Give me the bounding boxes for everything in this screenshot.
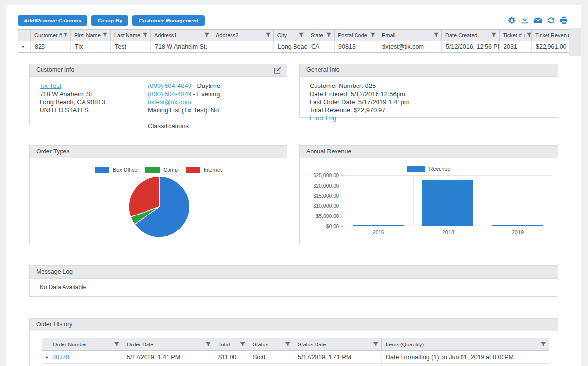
filter-icon[interactable] <box>102 32 108 38</box>
print-icon[interactable] <box>560 16 568 24</box>
cell-ticket-number: 2031 <box>500 41 532 52</box>
cell-items-quantity: "Fernando test" (0) on Apr 09, 2019 at 8… <box>382 364 549 366</box>
filter-icon[interactable] <box>114 342 120 347</box>
col-header-state[interactable]: State <box>307 30 335 41</box>
customer-grid: Customer # First Name Last Name Address1… <box>18 29 570 53</box>
col-header-first-name[interactable]: First Name <box>71 30 111 41</box>
col-header-address1[interactable]: Address1 <box>151 30 212 41</box>
order-history-header: Order History <box>30 319 558 331</box>
general-info-panel: General Info Customer Number: 825 Date E… <box>299 64 558 118</box>
annual-revenue-chart: Revenue $25,000.00 $20,000.00 $15,000.00… <box>300 158 558 244</box>
filter-icon[interactable] <box>373 342 378 347</box>
legend-swatch-comp <box>145 167 160 173</box>
col-header-status-date[interactable]: Status Date <box>294 338 382 350</box>
filter-icon[interactable] <box>540 342 546 347</box>
col-header-city[interactable]: City <box>274 30 307 41</box>
col-header-order-date[interactable]: Order Date <box>123 338 214 350</box>
legend-item-box-office: Box Office <box>95 167 138 173</box>
cell-city: Long Beach <box>274 41 307 52</box>
error-log-link[interactable]: Error Log <box>310 114 336 122</box>
general-date-entered: Date Entered: 5/12/2016 12:56pm <box>310 90 558 99</box>
x-label-2016: 2016 <box>354 229 403 235</box>
download-icon[interactable] <box>521 16 529 24</box>
cell-total: $0.00 <box>214 364 249 366</box>
row-expander-expanded-icon[interactable]: ▾ <box>22 44 24 49</box>
col-header-postal-code[interactable]: Postal Code <box>335 30 378 41</box>
cell-order-date: 5/17/2019, 1:41 PM <box>123 351 214 363</box>
col-header-ticket-revenue[interactable]: Ticket Revenue <box>532 30 570 41</box>
customer-info-header: Customer Info <box>30 64 287 77</box>
y-tick-5000: $5,000.00 <box>300 214 339 218</box>
order-types-chart: Box Office Comp Internet <box>30 158 287 244</box>
toolbar: Add/Remove Columns Group By Customer Man… <box>18 15 205 26</box>
cell-order-date: 4/8/2019, 1:43 PM <box>123 364 214 366</box>
col-header-customer-number[interactable]: Customer # <box>31 30 71 41</box>
filter-icon[interactable] <box>326 32 332 38</box>
filter-icon[interactable] <box>205 342 211 347</box>
customer-email-link[interactable]: tixtest@tix.com <box>148 98 191 106</box>
col-header-email[interactable]: Email <box>378 30 442 41</box>
filter-icon[interactable] <box>433 32 439 38</box>
filter-icon[interactable] <box>204 32 210 38</box>
order-number-link[interactable]: 30770 <box>52 354 69 361</box>
group-by-button[interactable]: Group By <box>91 15 128 26</box>
bar-legend: Revenue <box>300 166 558 172</box>
legend-swatch-box-office <box>95 167 109 173</box>
col-header-status[interactable]: Status <box>249 338 294 350</box>
filter-icon[interactable] <box>491 32 497 38</box>
filter-icon[interactable] <box>370 32 376 38</box>
cell-ticket-revenue: $22,961.00 <box>532 41 570 52</box>
order-types-panel: Order Types Box Office Comp Internet <box>29 145 287 244</box>
customer-address2: Long Beach, CA 90813 <box>40 98 105 107</box>
order-row[interactable]: ▸30407 4/8/2019, 1:43 PM $0.00 Open 4/8/… <box>42 364 549 366</box>
phone-daytime-link[interactable]: (800) 504-4849 <box>148 82 191 89</box>
filter-icon[interactable] <box>285 342 291 347</box>
customer-management-button[interactable]: Customer Management <box>132 15 205 26</box>
settings-gear-icon[interactable] <box>508 16 516 24</box>
general-info-header: General Info <box>300 64 558 77</box>
y-tick-15000: $15,000.00 <box>300 194 339 198</box>
mailing-list-status: Mailing List (Tix Test): No <box>148 107 220 115</box>
col-header-items-quantity[interactable]: Items (Quantity) <box>382 338 549 350</box>
col-header-date-created[interactable]: Date Created <box>442 30 500 41</box>
legend-item-internet: Internet <box>186 167 222 173</box>
order-history-table: Order Number Order Date Total Status Sta… <box>42 338 549 366</box>
order-history-panel: Order History Order Number Order Date To… <box>29 318 558 366</box>
legend-swatch-internet <box>186 167 200 173</box>
cell-total: $11.00 <box>214 351 249 363</box>
message-log-empty-text: No Data Available <box>30 279 558 296</box>
filter-icon[interactable] <box>265 32 271 38</box>
email-icon[interactable] <box>533 16 543 24</box>
col-header-order-number[interactable]: Order Number <box>42 338 123 350</box>
filter-icon[interactable] <box>63 32 68 38</box>
row-expander-collapsed-icon[interactable]: ▸ <box>46 355 48 360</box>
add-remove-columns-button[interactable]: Add/Remove Columns <box>18 15 87 26</box>
customer-name-link[interactable]: Tix Test <box>40 82 61 89</box>
cell-date-created: 5/12/2016, 12:56 PM <box>442 41 500 52</box>
customer-row[interactable]: ▾ 825 Tix Test 718 W Anaheim St. Long Be… <box>18 41 570 52</box>
legend-swatch-revenue <box>407 166 425 172</box>
message-log-header: Message Log <box>30 266 558 279</box>
edit-icon[interactable] <box>274 66 282 79</box>
cell-email: tixtest@tix.com <box>378 41 442 52</box>
col-header-last-name[interactable]: Last Name <box>111 30 151 41</box>
filter-icon[interactable] <box>526 32 532 38</box>
general-customer-number: Customer Number: 825 <box>310 82 558 90</box>
refresh-icon[interactable] <box>547 16 555 24</box>
phone-evening-link[interactable]: (800) 504-4849 <box>148 90 191 98</box>
cell-first-name: Tix <box>71 41 111 52</box>
general-total-revenue: Total Revenue: $22,970.97 <box>310 107 558 115</box>
col-header-total[interactable]: Total <box>214 338 249 350</box>
filter-icon[interactable] <box>240 342 246 347</box>
message-log-panel: Message Log No Data Available <box>29 265 558 297</box>
col-header-address2[interactable]: Address2 <box>212 30 274 41</box>
bar-2018 <box>422 180 473 226</box>
col-header-ticket-number[interactable]: Ticket #↓ <box>500 30 532 41</box>
filter-icon[interactable] <box>142 32 148 38</box>
general-info-body: Customer Number: 825 Date Entered: 5/12/… <box>300 77 558 123</box>
y-tick-10000: $10,000.00 <box>300 203 339 208</box>
classifications-label: Classifications: <box>148 122 220 130</box>
order-row[interactable]: ▸30770 5/17/2019, 1:41 PM $11.00 Sold 5/… <box>42 351 549 364</box>
filter-icon[interactable] <box>298 32 304 38</box>
expander-column-header <box>18 30 31 41</box>
